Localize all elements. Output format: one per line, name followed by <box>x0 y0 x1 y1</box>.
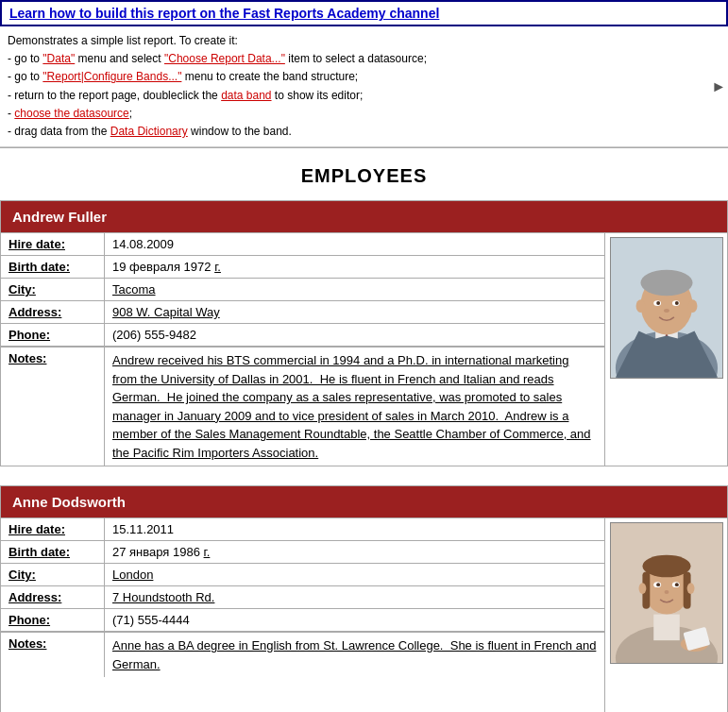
scroll-right-arrow[interactable]: ► <box>711 78 726 95</box>
birth-date-label-anne: Birth date: <box>1 541 105 563</box>
city-value: Tacoma <box>105 279 604 300</box>
employee-name-andrew-fuller: Andrew Fuller <box>1 201 727 232</box>
employee-info-andrew-fuller: Hire date: 14.08.2009 Birth date: 19 фев… <box>1 232 727 466</box>
choose-datasource-link[interactable]: choose the datasource <box>14 107 128 120</box>
employee-photo-andrew <box>604 233 727 466</box>
photo-man-andrew <box>610 237 723 379</box>
hire-date-label: Hire date: <box>1 233 105 255</box>
hire-date-row: Hire date: 14.08.2009 <box>1 233 604 256</box>
academy-link[interactable]: Learn how to build this report on the Fa… <box>9 6 439 21</box>
phone-label: Phone: <box>1 324 105 346</box>
notes-value-anne: Anne has a BA degree in English from St.… <box>105 633 604 677</box>
svg-point-11 <box>635 299 645 313</box>
svg-point-23 <box>674 583 678 586</box>
svg-point-9 <box>674 301 678 305</box>
svg-point-5 <box>640 270 692 297</box>
phone-value: (206) 555-9482 <box>105 324 604 346</box>
notes-row-anne: Notes: Anne has a BA degree in English f… <box>1 632 604 677</box>
svg-point-25 <box>638 583 646 594</box>
employee-name-anne-dodsworth: Anne Dodsworth <box>1 486 727 517</box>
phone-label-anne: Phone: <box>1 609 105 631</box>
svg-point-22 <box>656 583 660 586</box>
instructions-text: Demonstrates a simple list report. To cr… <box>0 26 728 147</box>
address-row: Address: 908 W. Capital Way <box>1 301 604 324</box>
hire-date-value-anne: 15.11.2011 <box>105 518 604 540</box>
svg-rect-15 <box>653 615 680 641</box>
birth-date-row-anne: Birth date: 27 января 1986 г. <box>1 541 604 564</box>
notes-label: Notes: <box>1 348 105 466</box>
svg-point-24 <box>664 590 669 594</box>
employee-photo-anne <box>604 518 727 712</box>
address-value-anne: 7 Houndstooth Rd. <box>105 586 604 608</box>
city-row: City: Tacoma <box>1 279 604 301</box>
svg-point-17 <box>642 555 690 578</box>
report-title: EMPLOYEES <box>0 148 728 200</box>
notes-label-anne: Notes: <box>1 633 105 677</box>
notes-value-andrew: Andrew received his BTS commercial in 19… <box>105 348 604 466</box>
hire-date-value: 14.08.2009 <box>105 233 604 255</box>
city-label: City: <box>1 279 105 300</box>
svg-point-10 <box>664 309 669 313</box>
hire-date-row-anne: Hire date: 15.11.2011 <box>1 518 604 541</box>
birth-date-value: 19 февраля 1972 г. <box>105 256 604 278</box>
employee-fields-andrew-fuller: Hire date: 14.08.2009 Birth date: 19 фев… <box>1 233 604 466</box>
phone-row: Phone: (206) 555-9482 <box>1 324 604 347</box>
city-row-anne: City: London <box>1 564 604 586</box>
instruction-line-2: - go to "Report|Configure Bands..." menu… <box>8 70 358 83</box>
report-configure-link[interactable]: "Report|Configure Bands..." <box>42 70 181 83</box>
employee-info-anne-dodsworth: Hire date: 15.11.2011 Birth date: 27 янв… <box>1 517 727 712</box>
instruction-line-4: - choose the datasource; <box>8 107 132 120</box>
birth-date-row: Birth date: 19 февраля 1972 г. <box>1 256 604 279</box>
data-dictionary-link[interactable]: Data Dictionary <box>110 125 188 138</box>
top-banner: Learn how to build this report on the Fa… <box>0 0 728 26</box>
instruction-line-1: - go to "Data" menu and select "Choose R… <box>8 52 427 65</box>
employee-fields-anne-dodsworth: Hire date: 15.11.2011 Birth date: 27 янв… <box>1 518 604 712</box>
instruction-line-3: - return to the report page, doubleclick… <box>8 89 363 102</box>
svg-point-8 <box>656 301 660 305</box>
employee-section-andrew-fuller: Andrew Fuller Hire date: 14.08.2009 Birt… <box>0 200 728 466</box>
instruction-line-0: Demonstrates a simple list report. To cr… <box>8 34 238 47</box>
data-menu-link[interactable]: "Data" <box>42 52 75 65</box>
phone-row-anne: Phone: (71) 555-4444 <box>1 609 604 632</box>
anne-bottom-spacer <box>1 677 604 712</box>
birth-date-value-anne: 27 января 1986 г. <box>105 541 604 563</box>
address-row-anne: Address: 7 Houndstooth Rd. <box>1 586 604 609</box>
employees-container: Andrew Fuller Hire date: 14.08.2009 Birt… <box>0 200 728 712</box>
data-band-link[interactable]: data band <box>221 89 271 102</box>
phone-value-anne: (71) 555-4444 <box>105 609 604 631</box>
choose-report-link[interactable]: "Choose Report Data..." <box>164 52 285 65</box>
instructions-panel: Demonstrates a simple list report. To cr… <box>0 26 728 148</box>
notes-row-andrew: Notes: Andrew received his BTS commercia… <box>1 347 604 466</box>
instruction-line-5: - drag data from the Data Dictionary win… <box>8 125 292 138</box>
hire-date-label-anne: Hire date: <box>1 518 105 540</box>
svg-point-26 <box>686 583 694 594</box>
employee-section-anne-dodsworth: Anne Dodsworth Hire date: 15.11.2011 Bir… <box>0 485 728 712</box>
address-label-anne: Address: <box>1 586 105 608</box>
city-label-anne: City: <box>1 564 105 585</box>
svg-point-12 <box>687 299 697 313</box>
address-value: 908 W. Capital Way <box>105 301 604 323</box>
address-label: Address: <box>1 301 105 323</box>
birth-date-label: Birth date: <box>1 256 105 278</box>
photo-woman-anne <box>610 522 723 664</box>
city-value-anne: London <box>105 564 604 585</box>
